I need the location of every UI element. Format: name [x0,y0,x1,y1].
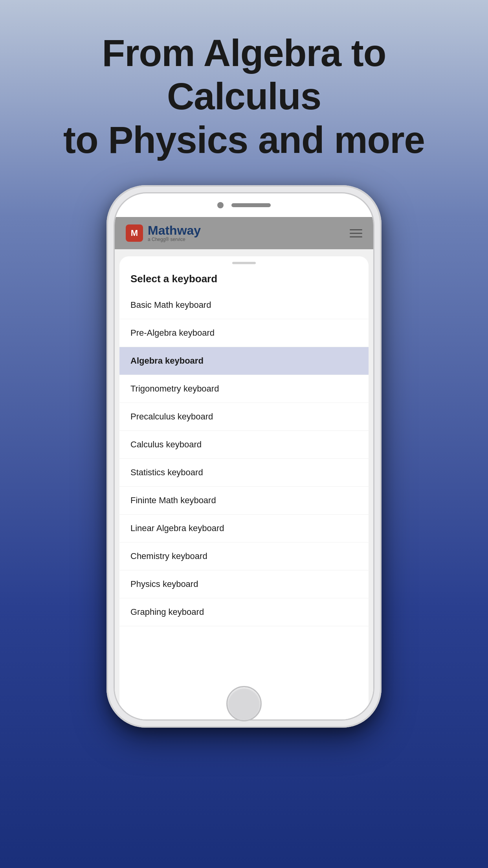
keyboard-list: Basic Math keyboardPre-Algebra keyboardA… [119,291,369,719]
phone-home-button[interactable] [226,686,262,721]
mathway-logo: M Mathway a Chegg® service [126,224,201,242]
sheet-handle [232,262,256,264]
phone-bezel: M Mathway a Chegg® service [114,192,374,721]
keyboard-list-item-linear-algebra[interactable]: Linear Algebra keyboard [119,515,369,542]
phone-top-bar [115,193,373,217]
app-header: M Mathway a Chegg® service [115,217,373,249]
keyboard-list-item-trigonometry[interactable]: Trigonometry keyboard [119,375,369,403]
menu-button[interactable] [350,229,362,237]
hamburger-line-2 [350,233,362,234]
phone-shell: M Mathway a Chegg® service [106,185,382,728]
sheet-title: Select a keyboard [119,268,369,291]
phone-mockup: M Mathway a Chegg® service [106,185,382,736]
keyboard-list-item-pre-algebra[interactable]: Pre-Algebra keyboard [119,319,369,347]
keyboard-list-item-physics[interactable]: Physics keyboard [119,570,369,598]
app-name: Mathway [148,224,201,237]
phone-speaker [231,203,271,207]
keyboard-list-item-basic-math[interactable]: Basic Math keyboard [119,291,369,319]
keyboard-list-item-graphing[interactable]: Graphing keyboard [119,598,369,626]
phone-camera [217,202,224,208]
keyboard-list-item-finite-math[interactable]: Fininte Math keyboard [119,487,369,515]
keyboard-list-item-chemistry[interactable]: Chemistry keyboard [119,542,369,570]
page-heading: From Algebra to Calculus to Physics and … [31,31,457,162]
keyboard-list-item-calculus[interactable]: Calculus keyboard [119,431,369,459]
hamburger-line-3 [350,236,362,237]
keyboard-list-item-precalculus[interactable]: Precalculus keyboard [119,403,369,431]
screen-content: M Mathway a Chegg® service [115,217,373,719]
page-title-block: From Algebra to Calculus to Physics and … [0,31,488,162]
keyboard-list-item-statistics[interactable]: Statistics keyboard [119,459,369,487]
keyboard-sheet: Select a keyboard Basic Math keyboardPre… [119,256,369,719]
app-sub: a Chegg® service [148,237,201,242]
hamburger-line-1 [350,229,362,230]
keyboard-list-item-algebra[interactable]: Algebra keyboard [119,347,369,375]
mathway-icon: M [126,224,143,242]
mathway-text-block: Mathway a Chegg® service [148,224,201,242]
